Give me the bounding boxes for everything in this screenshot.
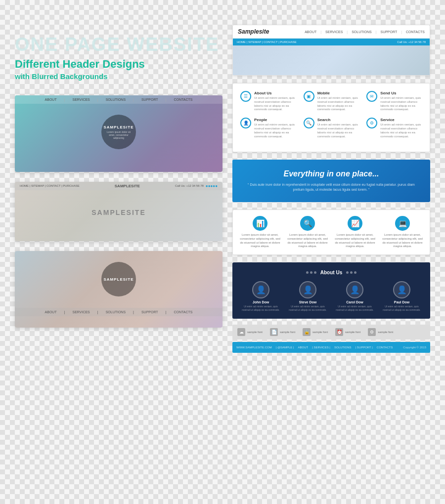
mockup1-nav: ABOUT | SERVICES | SOLUTIONS | SUPPORT |… xyxy=(15,95,222,104)
mockup3-nav: ABOUT | SERVICES | SOLUTIONS | SUPPORT |… xyxy=(15,308,222,316)
footer-icon-cloud: ☁ sample font xyxy=(237,328,263,336)
growth-icon: 📈 xyxy=(348,216,362,231)
feature-service: ⚙ Service Ut enim ad minim veniam, quis … xyxy=(366,118,422,138)
snav-div4: | xyxy=(401,30,402,34)
m3-contacts: CONTACTS xyxy=(174,310,192,314)
m3-div4: | xyxy=(166,310,167,314)
snav-services: SERVICES xyxy=(325,30,343,34)
stat-chart-text: Lorem ipsum dolor sit amet, consectetur … xyxy=(239,233,281,249)
about-text: About Us Ut enim ad minim veniam, quis n… xyxy=(254,91,296,112)
cta-body: “ Duis aute irure dolor in reprehenderit… xyxy=(242,182,420,192)
site-nav-links: ABOUT | SERVICES | SOLUTIONS | SUPPORT |… xyxy=(305,30,425,34)
footer-fnav-contacts: CONTACTS xyxy=(377,346,393,349)
stat-growth: 📈 Lorem ipsum dolor sit amet, consectetu… xyxy=(334,216,376,249)
avatar-paul: 👤 xyxy=(393,281,410,298)
breadcrumb-nav: HOME | SITEMAP | CONTACT | PURCHASE xyxy=(237,41,297,43)
site-preview: Samplesite ABOUT | SERVICES | SOLUTIONS … xyxy=(232,25,430,76)
time-icon: ⏰ xyxy=(335,328,343,336)
nav-div2: | xyxy=(97,98,98,101)
feature-about: ☰ About Us Ut enim ad minim veniam, quis… xyxy=(240,91,296,112)
dot6 xyxy=(354,271,356,274)
desc-carol: Ut enim ad minim veniam, quis nostrud ut… xyxy=(334,305,376,311)
cloud-label: sample font xyxy=(247,331,263,334)
cta-quote-close: ” xyxy=(368,188,369,191)
stat-search-text: Lorem ipsum dolor sit amet, consectetur … xyxy=(286,233,329,249)
stat-search: 🔍 Lorem ipsum dolor sit amet, consectetu… xyxy=(286,216,329,249)
service-title: Service xyxy=(380,118,422,122)
circle-logo-sub: Lorem ipsum dolor sit amet, consectetur … xyxy=(101,130,136,139)
dot1 xyxy=(306,271,309,274)
search-stat-icon: 🔍 xyxy=(300,216,315,231)
search-icon: 🔍 xyxy=(304,118,314,128)
team-dots-left xyxy=(306,271,316,274)
features-row-2: 👤 People Ut enim ad minim veniam, quis n… xyxy=(240,118,422,138)
service-desc: Ut enim ad minim veniam, quis nostrud ex… xyxy=(380,123,422,138)
footer-fnav-services: | SERVICES | xyxy=(312,346,330,349)
title-sub: Different Header Designs xyxy=(15,58,222,71)
features-grid: ☰ About Us Ut enim ad minim veniam, quis… xyxy=(232,83,430,152)
title-blurred: Blurred Backgrounds xyxy=(32,72,107,81)
mobile-title: Mobile xyxy=(317,91,359,95)
footer-icons-strip: ☁ sample font 📄 sample font 🔒 sample fon… xyxy=(232,325,430,339)
desc-john: Ut enim ad minim veniam, quis nostrud ut… xyxy=(240,305,282,311)
people-title: People xyxy=(254,118,296,122)
nav-services: SERVICES xyxy=(73,98,90,101)
desc-steve: Ut enim ad minim veniam, quis nostrud ut… xyxy=(287,305,329,311)
footer-nav-strip: WWW.SAMPLESITE.COM | @SAMPLE | ABOUT | S… xyxy=(232,342,430,353)
avatar-john: 👤 xyxy=(252,281,269,298)
nav-div3: | xyxy=(133,98,134,101)
feature-mobile: ▣ Mobile Ut enim ad minim veniam, quis n… xyxy=(304,91,359,112)
title-with: with xyxy=(15,72,30,81)
team-section: About Us 👤 John Dow Ut enim ad minim ven… xyxy=(232,262,430,319)
mobile-icon: ▣ xyxy=(304,91,314,102)
circle-logo: SAMPLESITE Lorem ipsum dolor sit amet, c… xyxy=(101,115,136,149)
mobile-desc: Ut enim ad minim veniam, quis nostrud ex… xyxy=(317,96,359,112)
m3-solutions: SOLUTIONS xyxy=(106,310,126,314)
nav-contacts: CONTACTS xyxy=(174,98,192,101)
site-hero xyxy=(233,45,430,75)
gear-icon: ⚙ xyxy=(368,328,376,336)
snav-about: ABOUT xyxy=(305,30,316,34)
snav-contacts: CONTACTS xyxy=(406,30,425,34)
nav-solutions: SOLUTIONS xyxy=(106,98,126,101)
cta-banner: Everything in one place... “ Duis aute i… xyxy=(232,160,430,202)
team-member-john: 👤 John Dow Ut enim ad minim veniam, quis… xyxy=(240,281,282,311)
gear-label: sample font xyxy=(378,331,393,334)
circle-logo-text: SAMPLESITE xyxy=(103,125,134,129)
feature-search: 🔍 Search Ut enim ad minim veniam, quis n… xyxy=(304,118,359,138)
footer-fnav-solutions: SOLUTIONS xyxy=(334,346,352,349)
footer-url: WWW.SAMPLESITE.COM xyxy=(236,346,272,349)
snav-support: SUPPORT xyxy=(380,30,397,34)
sendus-text: Send Us Ut enim ad minim veniam, quis no… xyxy=(380,91,422,112)
laptop-icon: 💻 xyxy=(395,216,410,231)
m3-services: SERVICES xyxy=(73,310,90,314)
time-label: sample font xyxy=(345,331,360,334)
team-grid: 👤 John Dow Ut enim ad minim veniam, quis… xyxy=(240,281,423,311)
circle-logo-3: SAMPLESITE xyxy=(101,262,136,296)
cta-body-text: Duis aute irure dolor in reprehenderit i… xyxy=(250,183,414,191)
title-sub2: with Blurred Backgrounds xyxy=(15,72,222,81)
mockup-card-3: SAMPLESITE ABOUT | SERVICES | SOLUTIONS … xyxy=(15,251,222,328)
site-breadcrumb: HOME | SITEMAP | CONTACT | PURCHASE Call… xyxy=(233,39,430,45)
desc-paul: Ut enim ad minim veniam, quis nostrud ut… xyxy=(381,305,423,311)
stat-chart: 📊 Lorem ipsum dolor sit amet, consectetu… xyxy=(239,216,281,249)
snav-div2: | xyxy=(347,30,348,34)
mockup2-hero: HOME | SITEMAP | CONTACT | PURCHASE SAMP… xyxy=(15,182,222,241)
mockup2-logo: SAMPLESITE xyxy=(115,184,140,188)
people-text: People Ut enim ad minim veniam, quis nos… xyxy=(254,118,296,138)
mockup2-center: SAMPLESITE xyxy=(15,190,222,235)
m3-support: SUPPORT xyxy=(141,310,158,314)
name-paul: Paul Dow xyxy=(381,300,423,304)
service-text: Service Ut enim ad minim veniam, quis no… xyxy=(380,118,422,138)
features-row-1: ☰ About Us Ut enim ad minim veniam, quis… xyxy=(240,91,422,112)
sendus-desc: Ut enim ad minim veniam, quis nostrud ex… xyxy=(380,96,422,112)
avatar-steve: 👤 xyxy=(299,281,316,298)
site-logo: Samplesite xyxy=(238,28,269,35)
footer-icon-time: ⏰ sample font xyxy=(335,328,360,336)
mockup2-site-logo: SAMPLESITE xyxy=(91,209,145,216)
site-preview-header: Samplesite ABOUT | SERVICES | SOLUTIONS … xyxy=(233,25,430,39)
callus-right: Call Us: +12 34 56 78 xyxy=(397,41,426,43)
dot3 xyxy=(314,271,316,274)
footer-icon-doc: 📄 sample font xyxy=(270,328,295,336)
stat-laptop-text: Lorem ipsum dolor sit amet, consectetur … xyxy=(381,233,424,249)
